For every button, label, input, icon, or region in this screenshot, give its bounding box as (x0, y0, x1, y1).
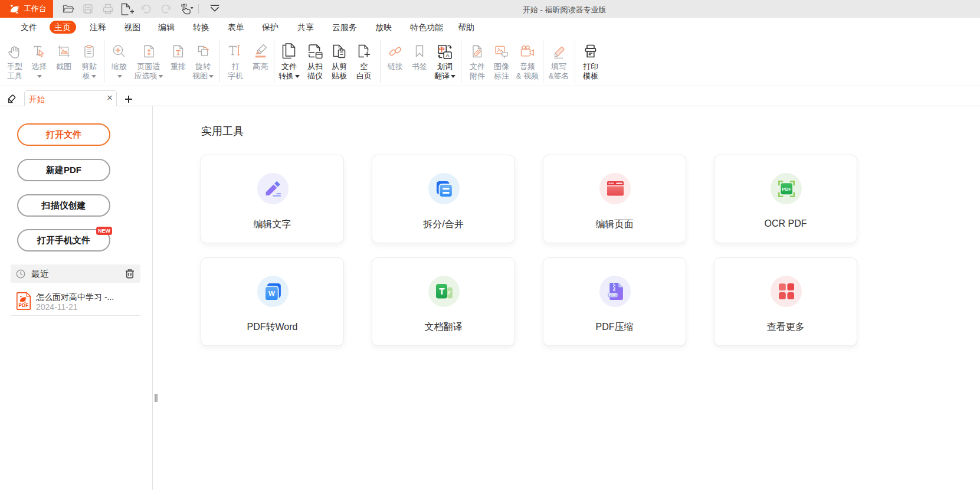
svg-text:A: A (446, 53, 450, 58)
svg-text:W: W (268, 290, 274, 297)
svg-text:PDF: PDF (609, 293, 617, 297)
svg-text:PDF: PDF (782, 186, 791, 191)
svg-text:PDF: PDF (19, 303, 29, 308)
